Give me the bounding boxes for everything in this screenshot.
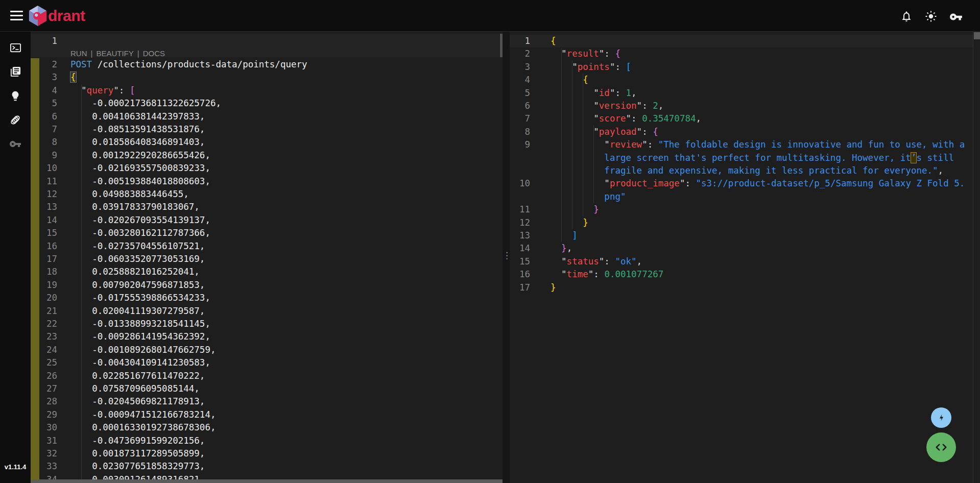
response-scrollbar-track[interactable] [973,32,980,483]
docs-link[interactable]: DOCS [143,49,165,58]
key-icon [9,138,21,150]
request-code-line: 0.001873117289505899, [70,447,205,460]
top-bar: drant [0,0,980,32]
run-request-button[interactable] [931,407,951,428]
line-number: 28 [31,395,57,408]
notifications-bell-icon[interactable] [900,10,913,22]
request-code-line: -0.009286141954362392, [70,330,210,343]
panel-splitter[interactable]: ⋮ [503,32,510,483]
response-code-line: "product_image": "s3://product-dataset/p… [551,177,965,190]
qdrant-cube-icon [29,6,47,26]
request-code-line: -0.021693557500839233, [70,162,210,175]
request-code-line: -0.005193884018808603, [70,175,210,188]
request-code-line: -0.04736991599202156, [70,434,205,447]
response-code-line: "payload": { [551,126,658,138]
response-code-line: }, [551,242,572,255]
response-code-line: "score": 0.35470784, [551,112,701,125]
line-number: 18 [31,265,57,278]
line-number: 2 [31,58,57,71]
request-code-line: -0.02735704556107521, [70,240,205,253]
line-number: 8 [31,136,57,149]
response-code-line: "status": "ok", [551,255,642,268]
line-number: 29 [31,408,57,421]
line-number: 17 [31,253,57,265]
codelens-separator: | [91,49,93,58]
api-key-icon[interactable] [949,10,962,22]
response-code-line: { [551,74,588,86]
run-link[interactable]: RUN [70,49,87,58]
request-code-line: 0.020041119307279587, [70,305,205,318]
sidebar-item-collections[interactable] [0,60,31,83]
line-number: 2 [510,47,530,60]
line-number: 8 [510,126,530,138]
line-number: 25 [31,356,57,369]
request-code-line: -0.017555398866534233, [70,292,210,304]
sidebar-item-console[interactable] [0,36,31,59]
line-number: 13 [510,229,530,242]
line-number: 6 [510,100,530,112]
line-number: 6 [31,110,57,123]
response-vertical-scrollbar[interactable] [974,32,980,39]
left-sidebar: v1.11.4 [0,32,31,483]
request-code-line: 0.0012922920286655426, [70,149,210,162]
request-code-line: -0.003280162112787366, [70,227,210,239]
request-code-line: POST /collections/products-data/points/q… [70,58,307,71]
sidebar-item-tutorial[interactable] [0,85,31,107]
request-code-line: 0.03917833790183067, [70,201,200,213]
response-code-line: } [551,216,588,229]
brand-text: drant [48,7,85,25]
line-number: 11 [510,203,530,216]
request-code-line: 0.004106381442397833, [70,110,205,123]
line-number: 22 [31,318,57,330]
line-number: 27 [31,382,57,395]
response-code-line: ] [551,229,578,242]
line-number: 5 [510,87,530,100]
response-code-line: fragile and expensive, making it less pr… [551,164,943,177]
response-code-line: { [551,35,556,47]
line-number: 3 [510,61,530,74]
line-number: 4 [510,74,530,86]
lightning-icon [937,413,946,422]
beautify-link[interactable]: BEAUTIFY [96,49,133,58]
line-number: 4 [31,84,57,97]
qdrant-logo[interactable]: drant [29,6,85,26]
hamburger-menu-icon[interactable] [10,11,23,20]
line-number: 17 [510,281,530,294]
response-code-line: "result": { [551,47,620,60]
qdrant-console-page: drant [0,0,980,483]
request-code-line: "query": [ [70,84,135,97]
request-code-line: -0.004304109141230583, [70,356,210,369]
response-code-line: "points": [ [551,61,631,74]
line-number: 16 [510,268,530,281]
response-code-line: "review": "The foldable design is innova… [551,138,965,151]
request-code-line: -0.08513591438531876, [70,123,205,136]
line-number: 5 [31,97,57,110]
collections-icon [10,66,21,78]
line-number: 26 [31,370,57,382]
response-code-line: "time": 0.001077267 [551,268,663,281]
request-code-line: 0.023077651858329773, [70,460,205,473]
codelens-bar: RUN|BEAUTIFY|DOCS [70,49,165,58]
line-number: 13 [31,201,57,213]
response-code-line: png" [551,190,626,203]
splitter-grip-icon[interactable]: ⋮ [503,252,510,273]
response-current-line-highlight [510,35,973,47]
request-code-line: -0.0009471512166783214, [70,408,216,421]
theme-toggle-sun-icon[interactable] [925,10,937,22]
request-code-line: 0.018586408346891403, [70,136,205,149]
line-number: 12 [510,216,530,229]
code-snippets-button[interactable] [926,432,956,462]
line-number: 9 [510,138,530,151]
line-number: 33 [31,460,57,473]
line-number: 20 [31,292,57,304]
lightbulb-icon [10,90,21,102]
request-code-line: 0.02588821016252041, [70,265,200,278]
sidebar-item-access-tokens[interactable] [0,133,31,155]
response-code-line: "version": 2, [551,100,663,112]
request-code-line: 0.00016330192738678306, [70,421,216,434]
line-number: 10 [31,162,57,175]
request-horizontal-scrollbar[interactable] [31,479,505,483]
sidebar-item-datasets[interactable] [0,109,31,131]
request-code-line: -0.00021736811322625726, [70,97,221,110]
line-number: 32 [31,447,57,460]
